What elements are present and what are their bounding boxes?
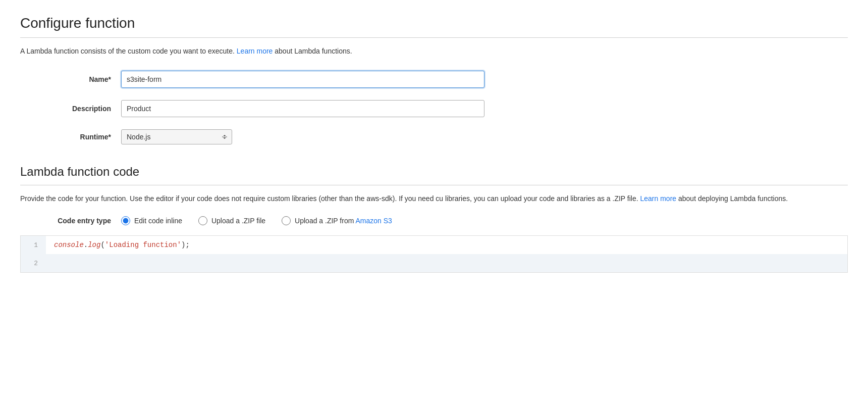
amazon-s3-link[interactable]: Amazon S3	[355, 217, 392, 225]
code-entry-type-row: Code entry type Edit code inline Upload …	[20, 216, 848, 225]
name-row: Name*	[20, 71, 848, 88]
code-line-2: 2	[21, 254, 847, 272]
name-input[interactable]	[121, 71, 484, 88]
learn-more-code-link[interactable]: Learn more	[640, 194, 677, 203]
learn-more-link[interactable]: Learn more	[237, 47, 273, 55]
code-intro-text: Provide the code for your function. Use …	[20, 193, 848, 204]
radio-zip[interactable]	[198, 216, 207, 225]
description-row: Description	[20, 100, 848, 117]
name-label: Name*	[20, 75, 121, 83]
code-string-loading: 'Loading function'	[105, 241, 181, 249]
code-keyword-console: console	[54, 241, 84, 249]
page-title: Configure function	[20, 15, 848, 31]
code-section-divider	[20, 185, 848, 185]
runtime-row: Runtime* Node.js Python 2.7 Java 8	[20, 129, 848, 144]
lambda-code-heading: Lambda function code	[20, 165, 848, 179]
code-keyword-log: log	[88, 241, 100, 249]
code-content-1: console.log('Loading function');	[46, 237, 847, 253]
radio-inline-label: Edit code inline	[134, 217, 182, 225]
code-entry-radio-group: Edit code inline Upload a .ZIP file Uplo…	[121, 216, 392, 225]
code-editor[interactable]: 1 console.log('Loading function'); 2	[20, 235, 848, 273]
line-number-2: 2	[21, 254, 46, 272]
code-line-1: 1 console.log('Loading function');	[21, 236, 847, 254]
code-dot: .	[84, 241, 88, 249]
runtime-select[interactable]: Node.js Python 2.7 Java 8	[121, 129, 232, 144]
description-label: Description	[20, 105, 121, 113]
radio-s3[interactable]	[282, 216, 291, 225]
code-paren-close: );	[181, 241, 190, 249]
intro-text: A Lambda function consists of the custom…	[20, 46, 848, 57]
line-number-1: 1	[21, 236, 46, 254]
runtime-select-wrapper: Node.js Python 2.7 Java 8	[121, 129, 484, 144]
runtime-label: Runtime*	[20, 133, 121, 141]
description-input[interactable]	[121, 100, 484, 117]
code-content-2	[46, 255, 847, 271]
radio-option-s3[interactable]: Upload a .ZIP from Amazon S3	[282, 216, 392, 225]
title-divider	[20, 37, 848, 38]
radio-zip-label: Upload a .ZIP file	[211, 217, 265, 225]
radio-inline[interactable]	[121, 216, 130, 225]
description-input-wrapper	[121, 100, 484, 117]
code-entry-label: Code entry type	[20, 217, 121, 225]
code-paren-open: (	[100, 241, 104, 249]
radio-option-inline[interactable]: Edit code inline	[121, 216, 182, 225]
radio-s3-label: Upload a .ZIP from Amazon S3	[295, 217, 392, 225]
name-input-wrapper	[121, 71, 484, 88]
configure-function-form: Name* Description Runtime* Node.js Pytho…	[20, 71, 848, 144]
radio-option-zip[interactable]: Upload a .ZIP file	[198, 216, 265, 225]
